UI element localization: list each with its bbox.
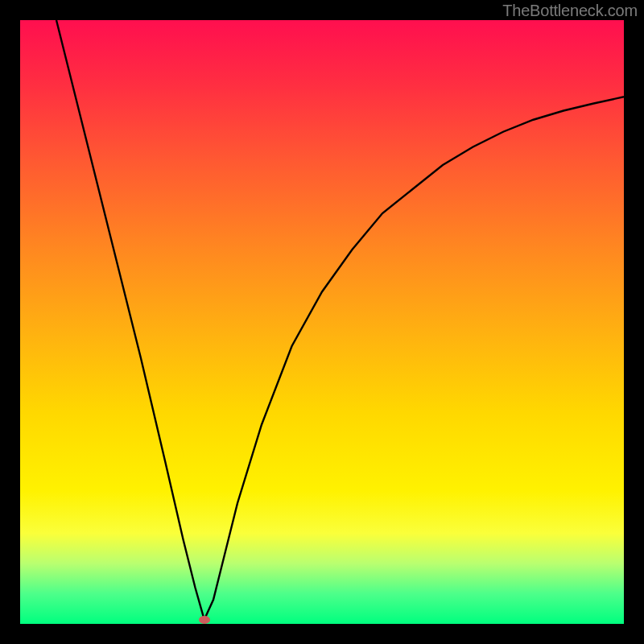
min-marker [199, 616, 210, 624]
watermark-text: TheBottleneck.com [502, 2, 638, 20]
plot-area [20, 20, 624, 624]
bottleneck-curve [56, 20, 624, 620]
curve-svg [20, 20, 624, 624]
chart-frame: TheBottleneck.com [0, 0, 644, 644]
